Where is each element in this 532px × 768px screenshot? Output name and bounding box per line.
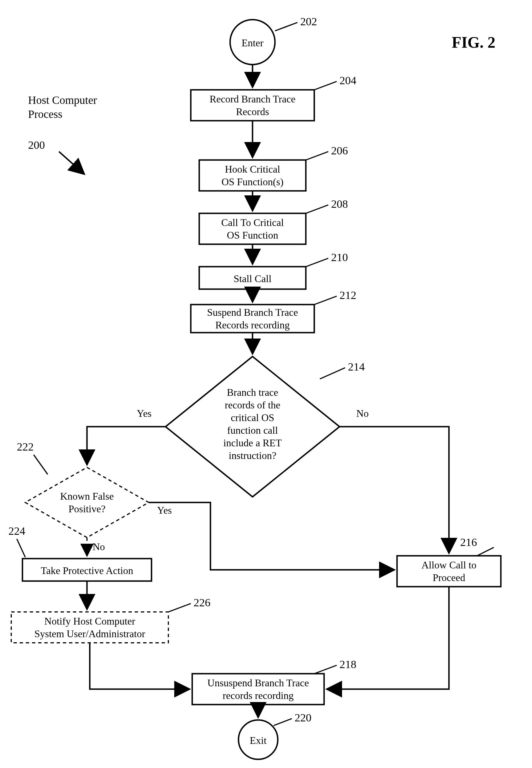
flowchart-diagram: FIG. 2 Host Computer Process 200 Enter 2… xyxy=(0,0,532,768)
svg-line-9 xyxy=(306,152,328,160)
svg-line-28 xyxy=(320,368,345,379)
known-ref: 222 xyxy=(17,441,34,453)
figure-label: FIG. 2 xyxy=(452,34,496,51)
svg-text:Records: Records xyxy=(236,106,269,117)
edge-decision-yes xyxy=(87,427,166,465)
svg-line-5 xyxy=(314,81,337,90)
svg-line-39 xyxy=(168,604,191,612)
edge-known-yes-label: Yes xyxy=(157,505,172,516)
svg-line-1 xyxy=(275,22,297,31)
svg-line-32 xyxy=(34,455,48,475)
process-arrow xyxy=(59,152,84,174)
node-stall: Stall Call 210 xyxy=(199,251,348,289)
svg-text:Allow Call to: Allow Call to xyxy=(421,560,476,571)
protect-ref: 224 xyxy=(8,525,25,537)
suspend-ref: 212 xyxy=(340,289,356,301)
hook-ref: 206 xyxy=(331,144,348,157)
process-title-line1: Host Computer xyxy=(28,94,97,106)
exit-ref: 220 xyxy=(295,711,311,724)
process-title-line2: Process xyxy=(28,108,62,120)
svg-text:OS Function(s): OS Function(s) xyxy=(221,176,283,187)
unsuspend-ref: 218 xyxy=(340,658,356,671)
edge-no-label: No xyxy=(356,408,369,419)
edge-yes-label: Yes xyxy=(137,408,152,419)
enter-text: Enter xyxy=(242,37,263,49)
call-ref: 208 xyxy=(331,198,348,210)
svg-text:Branch trace: Branch trace xyxy=(227,387,278,398)
svg-text:System User/Administrator: System User/Administrator xyxy=(35,628,145,639)
svg-text:Hook Critical: Hook Critical xyxy=(225,164,280,175)
svg-text:include a RET: include a RET xyxy=(223,437,282,449)
enter-ref: 202 xyxy=(300,15,317,28)
svg-line-13 xyxy=(306,205,328,213)
svg-line-35 xyxy=(17,539,25,557)
svg-line-43 xyxy=(477,547,494,556)
edge-notify-unsuspend xyxy=(90,643,189,689)
node-decision: Branch trace records of the critical OS … xyxy=(166,356,365,497)
edge-known-yes xyxy=(149,503,394,570)
exit-text: Exit xyxy=(250,735,267,746)
svg-line-20 xyxy=(314,296,337,304)
node-enter: Enter 202 xyxy=(230,15,317,65)
node-notify: Notify Host Computer System User/Adminis… xyxy=(11,596,210,643)
svg-text:OS Function: OS Function xyxy=(227,230,278,241)
svg-text:Call To Critical: Call To Critical xyxy=(221,217,284,228)
svg-text:records recording: records recording xyxy=(223,690,294,701)
svg-marker-29 xyxy=(25,467,149,538)
svg-line-16 xyxy=(306,258,328,267)
svg-text:records of the: records of the xyxy=(225,400,280,411)
record-ref: 204 xyxy=(340,74,356,87)
allow-ref: 216 xyxy=(460,536,477,549)
edge-known-no-label: No xyxy=(93,541,105,553)
svg-text:Notify Host Computer: Notify Host Computer xyxy=(44,616,135,627)
svg-text:Take Protective Action: Take Protective Action xyxy=(41,565,133,576)
svg-text:Records recording: Records recording xyxy=(215,319,290,331)
node-record: Record Branch Trace Records 204 xyxy=(191,74,356,121)
notify-ref: 226 xyxy=(194,596,210,609)
svg-text:instruction?: instruction? xyxy=(229,450,276,461)
node-suspend: Suspend Branch Trace Records recording 2… xyxy=(191,289,356,332)
node-known: Known False Positive? 222 xyxy=(17,441,149,538)
svg-line-49 xyxy=(274,719,292,726)
stall-ref: 210 xyxy=(331,251,348,263)
svg-text:Record Branch Trace: Record Branch Trace xyxy=(210,93,295,105)
svg-text:Unsuspend Branch Trace: Unsuspend Branch Trace xyxy=(207,677,309,689)
svg-text:critical OS: critical OS xyxy=(231,412,274,423)
node-hook: Hook Critical OS Function(s) 206 xyxy=(199,144,348,191)
svg-text:Proceed: Proceed xyxy=(433,572,465,583)
node-exit: Exit 220 xyxy=(239,711,311,759)
node-call: Call To Critical OS Function 208 xyxy=(199,198,348,244)
svg-text:function call: function call xyxy=(227,425,278,436)
decision-ref: 214 xyxy=(348,360,365,373)
svg-text:Stall Call: Stall Call xyxy=(234,273,272,284)
process-ref: 200 xyxy=(28,139,45,151)
svg-line-47 xyxy=(314,665,337,674)
svg-text:Known False: Known False xyxy=(60,491,114,502)
node-unsuspend: Unsuspend Branch Trace records recording… xyxy=(192,658,356,705)
svg-text:Suspend Branch Trace: Suspend Branch Trace xyxy=(207,307,298,318)
edge-allow-unsuspend xyxy=(327,587,449,689)
edge-decision-no xyxy=(340,427,449,553)
svg-text:Positive?: Positive? xyxy=(68,503,106,515)
